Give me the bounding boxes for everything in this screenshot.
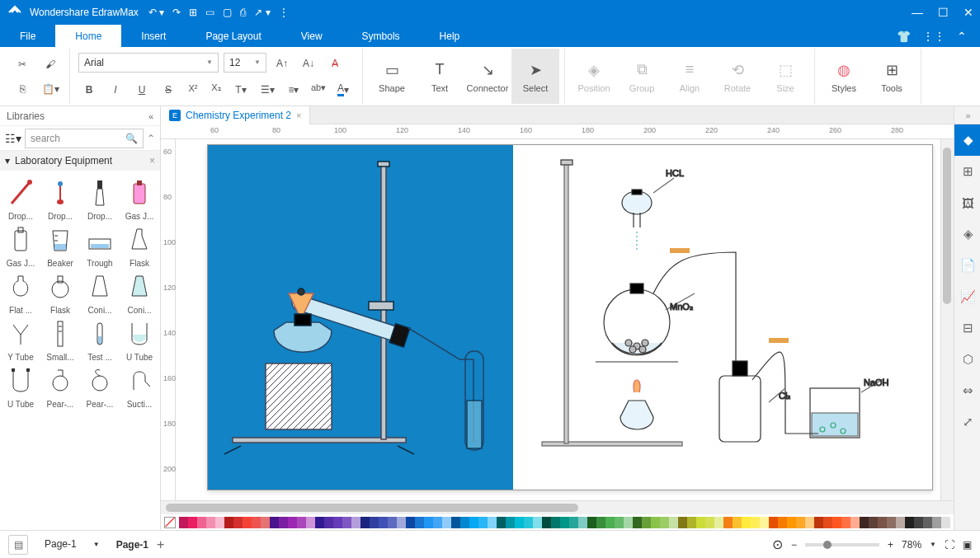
color-swatch[interactable] — [306, 517, 315, 528]
color-swatch[interactable] — [914, 517, 923, 528]
color-swatch[interactable] — [424, 517, 433, 528]
color-swatch[interactable] — [587, 517, 596, 528]
color-swatch[interactable] — [333, 517, 342, 528]
menu-page-layout[interactable]: Page Layout — [186, 25, 280, 47]
text-case-button[interactable]: T▾ — [230, 79, 252, 101]
library-item[interactable]: Drop... — [2, 176, 40, 221]
color-swatch[interactable] — [197, 517, 206, 528]
library-search-input[interactable]: search 🔍 — [25, 129, 144, 148]
group-button[interactable]: ⧉Group — [618, 49, 666, 104]
color-swatch[interactable] — [569, 517, 578, 528]
color-swatch[interactable] — [442, 517, 451, 528]
color-swatch[interactable] — [515, 517, 524, 528]
grid-tab[interactable]: ⊞ — [954, 156, 981, 187]
color-swatch[interactable] — [497, 517, 506, 528]
rotate-button[interactable]: ⟲Rotate — [714, 49, 761, 104]
canvas[interactable]: HCL MnO₂ — [176, 139, 940, 500]
vertical-scrollbar[interactable] — [940, 139, 954, 500]
color-swatch[interactable] — [796, 517, 805, 528]
close-category-button[interactable]: × — [149, 155, 155, 166]
color-swatch[interactable] — [723, 517, 733, 528]
color-swatch[interactable] — [669, 517, 678, 528]
menu-file[interactable]: File — [0, 25, 55, 47]
clear-format-button[interactable]: A̶ — [324, 53, 346, 74]
menu-symbols[interactable]: Symbols — [342, 25, 420, 47]
color-swatch[interactable] — [370, 517, 379, 528]
fit-page-button[interactable]: ⛶ — [945, 539, 954, 551]
layers-tab[interactable]: ◈ — [954, 218, 981, 250]
color-swatch[interactable] — [578, 517, 587, 528]
new-button[interactable]: ⊞ — [189, 7, 197, 18]
select-button[interactable]: ➤Select — [511, 49, 559, 104]
open-button[interactable]: ▭ — [205, 7, 214, 18]
bullets-button[interactable]: ☰▾ — [257, 79, 278, 101]
color-swatch[interactable] — [397, 517, 406, 528]
library-item[interactable]: Test ... — [81, 317, 119, 362]
shirt-icon[interactable]: 👕 — [897, 30, 911, 43]
increase-font-button[interactable]: A↑ — [271, 53, 293, 74]
font-family-select[interactable]: Arial▼ — [78, 53, 219, 73]
color-swatch[interactable] — [823, 517, 832, 528]
library-item[interactable]: Y Tube — [2, 317, 40, 362]
color-swatch[interactable] — [179, 517, 188, 528]
library-item[interactable]: Gas J... — [2, 223, 40, 268]
library-item[interactable]: Pear-... — [81, 363, 119, 409]
document-tab[interactable]: E Chemistry Experiment 2 × — [161, 106, 310, 124]
redo-button[interactable]: ↷ — [172, 7, 181, 18]
color-swatch[interactable] — [315, 517, 324, 528]
color-swatch[interactable] — [769, 517, 778, 528]
color-swatch[interactable] — [878, 517, 887, 528]
color-swatch[interactable] — [642, 517, 651, 528]
library-item[interactable]: Drop... — [41, 176, 79, 221]
image-tab[interactable]: 🖼 — [954, 187, 981, 218]
page-tab-current[interactable]: Page-1 — [116, 539, 148, 551]
color-swatch[interactable] — [923, 517, 932, 528]
library-item[interactable]: Drop... — [81, 176, 119, 221]
color-swatch[interactable] — [778, 517, 787, 528]
color-swatch[interactable] — [252, 517, 261, 528]
color-swatch[interactable] — [351, 517, 360, 528]
fit-width-button[interactable]: ▣ — [963, 539, 972, 551]
tools-button[interactable]: ⊞Tools — [868, 49, 916, 104]
close-button[interactable]: ✕ — [964, 6, 973, 19]
color-swatch[interactable] — [233, 517, 243, 528]
theme-tab[interactable]: ◆ — [954, 124, 981, 156]
color-swatch[interactable] — [615, 517, 624, 528]
minimize-button[interactable]: — — [912, 6, 923, 19]
color-swatch[interactable] — [760, 517, 769, 528]
library-category-header[interactable]: ▾Laboratory Equipment× — [0, 151, 160, 171]
close-tab-button[interactable]: × — [296, 110, 301, 120]
zoom-in-button[interactable]: + — [888, 539, 893, 551]
color-swatch[interactable] — [678, 517, 687, 528]
underline-button[interactable]: U — [131, 79, 153, 101]
decrease-font-button[interactable]: A↓ — [298, 53, 319, 74]
color-swatch[interactable] — [742, 517, 751, 528]
undo-button[interactable]: ↶ ▾ — [148, 7, 164, 18]
library-item[interactable]: Flat ... — [2, 270, 40, 315]
color-swatch[interactable] — [850, 517, 860, 528]
color-swatch[interactable] — [533, 517, 542, 528]
color-swatch[interactable] — [215, 517, 224, 528]
color-swatch[interactable] — [869, 517, 878, 528]
zoom-out-button[interactable]: − — [791, 539, 797, 551]
maximize-button[interactable]: ☐ — [938, 6, 949, 19]
font-size-select[interactable]: 12▼ — [224, 53, 266, 73]
color-swatch[interactable] — [705, 517, 714, 528]
size-button[interactable]: ⬚Size — [761, 49, 809, 104]
color-swatch[interactable] — [941, 517, 950, 528]
color-swatch[interactable] — [687, 517, 696, 528]
strikethrough-button[interactable]: S — [158, 79, 179, 101]
collapse-right-button[interactable]: » — [954, 106, 980, 124]
format-painter-button[interactable]: 🖌 — [40, 54, 61, 75]
color-swatch[interactable] — [288, 517, 297, 528]
color-swatch[interactable] — [660, 517, 669, 528]
text-button[interactable]: TText — [416, 49, 464, 104]
zoom-dropdown-button[interactable]: ▼ — [930, 541, 936, 548]
numbering-button[interactable]: ≡▾ — [283, 79, 304, 101]
color-swatch[interactable] — [224, 517, 233, 528]
color-swatch[interactable] — [324, 517, 333, 528]
align-button[interactable]: ≡Align — [666, 49, 714, 104]
library-item[interactable]: U Tube — [120, 317, 158, 362]
library-item[interactable]: U Tube — [2, 363, 40, 409]
color-swatch[interactable] — [624, 517, 633, 528]
